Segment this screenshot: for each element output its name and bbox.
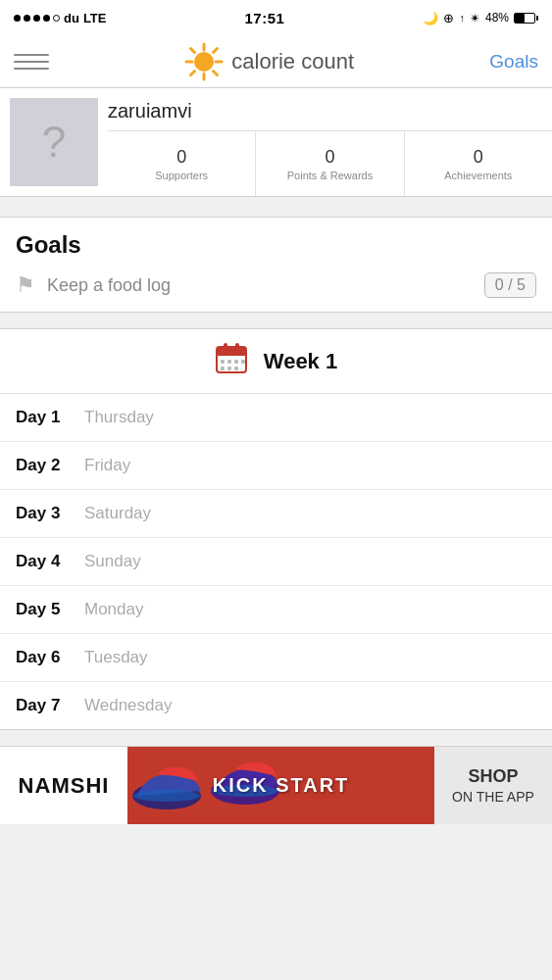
ad-middle: KICK START (127, 747, 434, 824)
moon-icon: 🌙 (423, 11, 438, 25)
avatar: ? (10, 98, 98, 186)
goals-nav-button[interactable]: Goals (489, 51, 538, 73)
section-gap-1 (0, 197, 552, 217)
week-title: Week 1 (264, 349, 337, 374)
calendar-icon (215, 341, 248, 381)
table-row[interactable]: Day 4 Sunday (0, 538, 552, 586)
achievements-stat[interactable]: 0 Achievements (405, 131, 552, 196)
status-left: du LTE (14, 11, 106, 25)
day-label-2: Day 2 (16, 456, 84, 475)
avatar-placeholder-icon: ? (42, 118, 66, 167)
svg-rect-10 (217, 347, 246, 356)
day-label-1: Day 1 (16, 408, 84, 427)
bluetooth-icon: ✴ (470, 11, 480, 25)
table-row[interactable]: Day 5 Monday (0, 586, 552, 634)
dot-3 (33, 15, 40, 22)
username-label: zaruiamvi (108, 88, 552, 130)
svg-rect-17 (221, 367, 225, 370)
status-right: 🌙 ⊕ ↑ ✴ 48% (423, 11, 538, 25)
day-name-5: Monday (84, 600, 143, 619)
menu-line-3 (14, 68, 49, 70)
ad-brand: NAMSHI (0, 747, 127, 824)
table-row[interactable]: Day 2 Friday (0, 442, 552, 490)
svg-line-6 (214, 71, 218, 74)
calendar-svg-icon (215, 341, 248, 374)
ad-headline: KICK START (213, 774, 350, 797)
dot-2 (24, 15, 30, 22)
dot-5 (53, 15, 60, 22)
supporters-stat[interactable]: 0 Supporters (108, 131, 256, 196)
menu-line-1 (14, 54, 49, 56)
svg-line-5 (191, 48, 195, 52)
supporters-value: 0 (176, 147, 186, 168)
goals-section: Goals ⚑ Keep a food log 0 / 5 (0, 217, 552, 313)
points-rewards-stat[interactable]: 0 Points & Rewards (256, 131, 404, 196)
ad-on-app-label: ON THE APP (452, 789, 534, 805)
menu-line-2 (14, 61, 49, 63)
nav-bar: calorie count Goals (0, 35, 552, 88)
day-name-4: Sunday (84, 552, 141, 571)
svg-rect-13 (221, 360, 225, 364)
svg-rect-11 (224, 343, 227, 351)
stats-row: 0 Supporters 0 Points & Rewards 0 Achiev… (108, 130, 552, 196)
flag-icon: ⚑ (16, 272, 35, 298)
ad-cta: SHOP ON THE APP (434, 747, 552, 824)
week-section: Week 1 Day 1 Thursday Day 2 Friday Day 3… (0, 328, 552, 730)
carrier-label: du (64, 11, 79, 25)
goal-progress: 0 / 5 (484, 272, 536, 298)
day-label-4: Day 4 (16, 552, 84, 571)
achievements-value: 0 (474, 147, 483, 168)
goal-item[interactable]: ⚑ Keep a food log 0 / 5 (16, 272, 536, 298)
goal-text: Keep a food log (47, 275, 171, 296)
table-row[interactable]: Day 3 Saturday (0, 490, 552, 538)
logo-sun-icon (184, 42, 224, 81)
day-name-2: Friday (84, 456, 130, 475)
arrow-icon: ↑ (459, 12, 465, 24)
status-bar: du LTE 17:51 🌙 ⊕ ↑ ✴ 48% (0, 0, 552, 35)
svg-line-8 (191, 71, 195, 74)
week-header: Week 1 (0, 329, 552, 394)
profile-info: zaruiamvi 0 Supporters 0 Points & Reward… (108, 88, 552, 196)
svg-rect-14 (227, 360, 231, 364)
app-logo: calorie count (184, 42, 354, 81)
menu-button[interactable] (14, 44, 49, 79)
svg-point-21 (133, 790, 200, 802)
ad-banner[interactable]: NAMSHI KICK START SHOP ON THE APP (0, 746, 552, 824)
signal-dots (14, 15, 60, 22)
svg-rect-16 (241, 360, 245, 364)
achievements-label: Achievements (444, 170, 512, 181)
svg-rect-15 (234, 360, 238, 364)
svg-rect-12 (235, 343, 239, 351)
goals-title: Goals (16, 231, 536, 259)
location-icon: ⊕ (443, 11, 454, 25)
supporters-label: Supporters (155, 170, 208, 181)
day-name-3: Saturday (84, 504, 151, 523)
dot-4 (43, 15, 50, 22)
points-label: Points & Rewards (287, 170, 373, 181)
battery-icon (514, 13, 538, 24)
profile-section: ? zaruiamvi 0 Supporters 0 Points & Rewa… (0, 88, 552, 197)
day-label-7: Day 7 (16, 696, 84, 715)
day-label-5: Day 5 (16, 600, 84, 619)
goal-left: ⚑ Keep a food log (16, 272, 171, 298)
day-name-6: Tuesday (84, 648, 148, 667)
day-name-7: Wednesday (84, 696, 172, 715)
svg-rect-19 (234, 367, 238, 370)
svg-rect-18 (227, 367, 231, 370)
table-row[interactable]: Day 6 Tuesday (0, 634, 552, 682)
svg-point-0 (194, 52, 214, 72)
svg-line-7 (214, 48, 218, 52)
battery-pct: 48% (485, 11, 509, 24)
network-label: LTE (83, 11, 107, 25)
ad-brand-label: NAMSHI (19, 773, 110, 799)
ad-shop-label: SHOP (468, 766, 518, 787)
dot-1 (14, 15, 21, 22)
day-label-3: Day 3 (16, 504, 84, 523)
table-row[interactable]: Day 7 Wednesday (0, 682, 552, 729)
table-row[interactable]: Day 1 Thursday (0, 394, 552, 442)
time-display: 17:51 (245, 10, 285, 26)
app-name: calorie count (231, 49, 354, 74)
day-name-1: Thursday (84, 408, 154, 427)
points-value: 0 (325, 147, 334, 168)
day-label-6: Day 6 (16, 648, 84, 667)
